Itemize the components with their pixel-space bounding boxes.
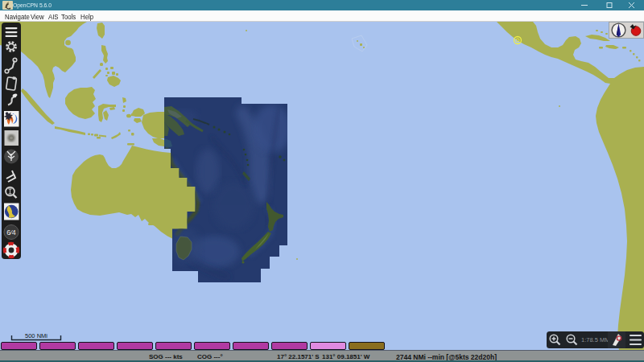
svg-text:1:78.5 MM: 1:78.5 MM (581, 336, 609, 343)
svg-text:6⁄4: 6⁄4 (6, 228, 16, 237)
svg-text:500 NMi: 500 NMi (25, 332, 47, 339)
